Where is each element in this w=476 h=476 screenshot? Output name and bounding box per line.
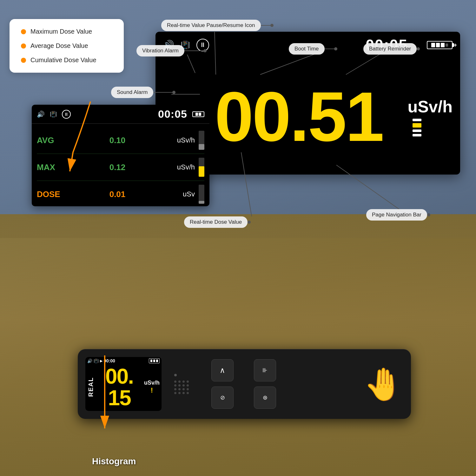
device-container: 🔊 📳 ▶ 00:00 REAL 00. 15 uSv/h !: [32, 349, 457, 419]
dev-time: 00:00: [104, 358, 115, 363]
metric-label-dose: DOSE: [37, 189, 69, 199]
callout-box-dose: Real-time Dose Value: [184, 216, 248, 228]
main-dose-value: 00.51: [190, 82, 407, 152]
sec-time: 00:05: [158, 108, 187, 120]
sec-vibration-icon: 📳: [50, 111, 57, 118]
battery-icon: +: [427, 41, 453, 49]
sec-screen-body: AVG 0.10 uSv/h MAX 0.12 uSv/h DOSE 0.01 …: [32, 124, 209, 206]
callout-boot-time: Boot Time: [289, 43, 337, 55]
metric-value-avg: 0.10: [69, 136, 166, 145]
metric-bar-fill-max: [199, 166, 204, 177]
metric-bar-fill-avg: [199, 144, 204, 150]
btn-row-bottom: ⊘ ⊛: [211, 387, 276, 409]
nav-seg-1: [413, 119, 421, 121]
btn-alarm-off[interactable]: ⊘: [211, 387, 234, 409]
metric-label-avg: AVG: [37, 136, 69, 145]
nav-seg-3: [413, 129, 421, 132]
dev-battery: [149, 358, 160, 363]
hand-icon: 🤚: [364, 368, 403, 400]
nav-seg-4: [413, 134, 421, 136]
callout-pause-resume: Real-time Value Pause/Resume Icon: [161, 20, 274, 31]
dev-dose-value: 00. 15: [95, 365, 144, 408]
callout-sound-alarm: Sound Alarm: [111, 87, 175, 98]
device-speaker: [174, 374, 189, 394]
callout-dot-pause: [270, 24, 274, 27]
battery-container: +: [427, 41, 453, 49]
dev-screen-body: REAL 00. 15 uSv/h !: [85, 365, 162, 409]
secondary-screen: 🔊 📳 ⏸ 00:05 AVG 0.10 uSv/h MAX 0.12 uSv/…: [32, 105, 209, 206]
callout-box-nav: Page Navigation Bar: [366, 209, 427, 221]
dot-avg: [21, 43, 26, 49]
sec-screen-header: 🔊 📳 ⏸ 00:05: [32, 105, 209, 124]
btn-settings[interactable]: ⊛: [254, 387, 276, 409]
sec-pause-icon: ⏸: [62, 110, 71, 119]
callout-dot-battery: [417, 47, 420, 50]
nav-seg-2: [413, 123, 421, 128]
callout-box-sound-alarm: Sound Alarm: [111, 87, 153, 98]
metric-bar-fill-dose: [199, 201, 204, 204]
metric-row-max: MAX 0.12 uSv/h: [37, 154, 204, 181]
dev-sound-icon: 🔊: [87, 359, 92, 363]
btn-up[interactable]: ∧: [211, 359, 234, 381]
radiation-device: 🔊 📳 ▶ 00:00 REAL 00. 15 uSv/h !: [78, 349, 411, 419]
callout-realtime-dose: Real-time Dose Value: [184, 216, 251, 228]
info-item-dose: Cumulative Dose Value: [21, 56, 112, 64]
metric-unit-max: uSv/h: [166, 163, 195, 171]
btn-menu[interactable]: ⊪: [254, 359, 276, 381]
callout-dot-nav: [427, 213, 430, 216]
callout-battery: Battery Reminder: [363, 43, 420, 55]
hand-area: 🤚: [364, 368, 403, 400]
dot-max: [21, 29, 26, 34]
btn-row-top: ∧ ⊪: [211, 359, 276, 381]
callout-page-nav: Page Navigation Bar: [366, 209, 430, 221]
callout-line-sound: [153, 92, 172, 93]
device-buttons: ∧ ⊪ ⊘ ⊛: [211, 359, 276, 409]
unit-section: uSv/h: [407, 97, 453, 136]
navigation-bar: [413, 119, 421, 136]
metric-bar-max: [199, 158, 204, 177]
metric-bar-dose: [199, 185, 204, 204]
dev-unit: uSv/h !: [144, 380, 160, 394]
sec-sound-icon: 🔊: [37, 110, 45, 118]
background-table: [0, 214, 476, 476]
callout-box-pause: Real-time Value Pause/Resume Icon: [161, 20, 261, 31]
callout-box-vibration: Vibration Alarm: [136, 45, 184, 56]
callout-box-boot: Boot Time: [289, 43, 325, 55]
callout-vibration-alarm: Vibration Alarm: [136, 45, 207, 56]
metric-bar-avg: [199, 131, 204, 150]
dev-vibration-icon: 📳: [94, 359, 99, 363]
sec-battery: [192, 111, 204, 117]
dev-screen-header: 🔊 📳 ▶ 00:00: [85, 357, 162, 365]
metric-value-dose: 0.01: [69, 189, 166, 199]
dot-dose: [21, 58, 26, 63]
metric-row-dose: DOSE 0.01 uSv: [37, 181, 204, 206]
callout-box-battery: Battery Reminder: [363, 43, 417, 55]
callout-line-pause: [261, 25, 270, 26]
metric-label-max: MAX: [37, 162, 69, 172]
dev-real-label: REAL: [87, 377, 95, 397]
callout-dot-dose: [248, 221, 251, 224]
metric-unit-avg: uSv/h: [166, 136, 195, 144]
info-item-avg: Average Dose Value: [21, 42, 112, 50]
callout-dot-boot: [334, 47, 337, 50]
metric-row-avg: AVG 0.10 uSv/h: [37, 127, 204, 154]
dev-play-icon: ▶: [100, 359, 102, 363]
info-item-max: Maximum Dose Value: [21, 28, 112, 35]
device-mini-screen: 🔊 📳 ▶ 00:00 REAL 00. 15 uSv/h !: [85, 357, 162, 411]
metric-unit-dose: uSv: [166, 190, 195, 198]
callout-line-vibration: [184, 50, 203, 51]
speaker-grid: [174, 380, 189, 394]
info-box: Maximum Dose Value Average Dose Value Cu…: [10, 19, 124, 73]
metric-value-max: 0.12: [69, 162, 166, 172]
unit-text: uSv/h: [407, 97, 453, 116]
callout-dot-sound: [172, 91, 175, 94]
callout-line-boot: [325, 49, 334, 49]
callout-dot-vibration: [203, 49, 207, 52]
histogram-label: Histogram: [92, 456, 136, 466]
